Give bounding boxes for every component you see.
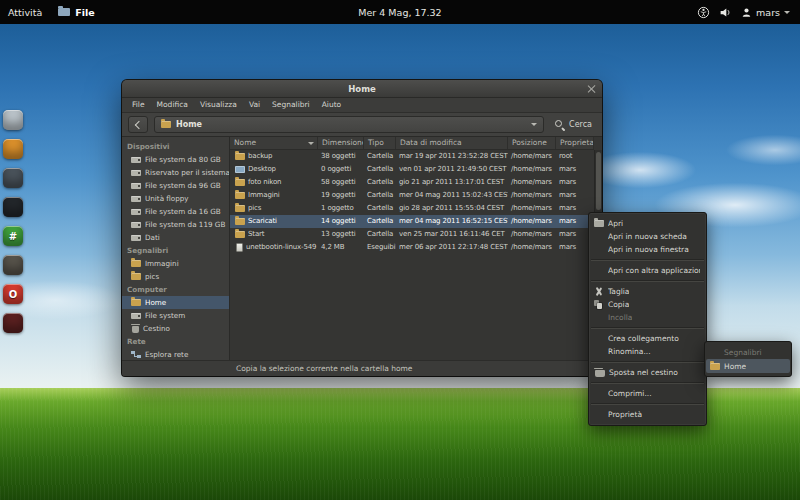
- context-menu-item[interactable]: Crea collegamento: [590, 332, 705, 345]
- context-menu-item[interactable]: Apri: [590, 217, 705, 230]
- file-type: Cartella: [364, 176, 396, 189]
- sidebar-item-label: File system: [145, 311, 185, 320]
- context-menu-item[interactable]: [591, 361, 704, 363]
- clock[interactable]: Mer 4 Mag, 17.32: [0, 7, 800, 18]
- file-type: Eseguibile: [364, 241, 396, 254]
- dock-app-icon[interactable]: [3, 168, 23, 188]
- column-header[interactable]: Posizione: [508, 137, 556, 149]
- list-header: Nome Dimensione Tipo Data di modifica Po…: [230, 137, 594, 150]
- menubar-item[interactable]: Aiuto: [316, 98, 348, 112]
- file-row[interactable]: Start 13 oggetti Cartella ven 25 mar 201…: [230, 228, 594, 241]
- user-icon: [741, 7, 752, 18]
- scrollbar-thumb[interactable]: [596, 152, 601, 210]
- sidebar-item-label: Computer: [127, 285, 167, 294]
- dock-app-icon[interactable]: [3, 197, 23, 217]
- file-row[interactable]: Desktop 0 oggetti Cartella ven 01 apr 20…: [230, 163, 594, 176]
- context-menu-item[interactable]: [591, 382, 704, 384]
- search-label: Cerca: [569, 120, 592, 129]
- file-row[interactable]: foto nikon 58 oggetti Cartella gio 21 ap…: [230, 176, 594, 189]
- column-header[interactable]: Proprietario: [556, 137, 594, 149]
- sidebar-item[interactable]: File system da 80 GB: [122, 153, 229, 166]
- sidebar-item[interactable]: Dispositivi: [122, 140, 229, 153]
- context-menu-item[interactable]: Copia: [590, 298, 705, 311]
- sidebar-item[interactable]: Dati: [122, 231, 229, 244]
- dock-app-icon[interactable]: #: [3, 226, 23, 246]
- dock-app-icon[interactable]: [3, 110, 23, 130]
- menubar-item[interactable]: Vai: [243, 98, 266, 112]
- menubar-item[interactable]: Segnalibri: [266, 98, 316, 112]
- places-sidebar: Dispositivi File system da 80 GB Riserva…: [122, 137, 230, 360]
- pathbar-dropdown-icon[interactable]: [531, 123, 537, 129]
- close-button[interactable]: [586, 84, 596, 94]
- file-name: Desktop: [248, 163, 276, 176]
- sidebar-item[interactable]: Computer: [122, 283, 229, 296]
- sidebar-item[interactable]: pics: [122, 270, 229, 283]
- sidebar-item-label: Dati: [145, 233, 160, 242]
- file-row[interactable]: pics 1 oggetto Cartella gio 28 apr 2011 …: [230, 202, 594, 215]
- menubar-item[interactable]: Visualizza: [194, 98, 243, 112]
- sidebar-item[interactable]: Riservato per il sistema: [122, 166, 229, 179]
- context-menu-item[interactable]: Apri in nuova finestra: [590, 243, 705, 256]
- menubar-item[interactable]: Modifica: [151, 98, 194, 112]
- menubar-item[interactable]: File: [126, 98, 151, 112]
- context-menu-item[interactable]: [591, 259, 704, 261]
- sidebar-item[interactable]: File system da 96 GB: [122, 179, 229, 192]
- file-size: 4,2 MB: [318, 241, 364, 254]
- search-button[interactable]: Cerca: [550, 119, 596, 130]
- chevron-down-icon: [784, 11, 790, 17]
- context-menu-item[interactable]: Sposta nel cestino: [590, 366, 705, 379]
- column-header[interactable]: Nome: [230, 137, 318, 149]
- accessibility-icon[interactable]: [697, 6, 710, 19]
- activities-button[interactable]: Attività: [8, 7, 42, 18]
- sidebar-item[interactable]: Unità floppy: [122, 192, 229, 205]
- sidebar-item[interactable]: File system da 119 GB: [122, 218, 229, 231]
- file-size: 14 oggetti: [318, 215, 364, 228]
- context-menu-item[interactable]: [591, 327, 704, 329]
- titlebar[interactable]: Home: [122, 80, 602, 98]
- sidebar-item-label: Riservato per il sistema: [145, 168, 229, 177]
- file-size: 58 oggetti: [318, 176, 364, 189]
- path-bar[interactable]: Home: [154, 116, 544, 133]
- sidebar-item[interactable]: Rete: [122, 335, 229, 348]
- sidebar-item[interactable]: Cestino: [122, 322, 229, 335]
- dock-app-icon[interactable]: O: [3, 284, 23, 304]
- sidebar-item[interactable]: Segnalibri: [122, 244, 229, 257]
- file-location: /home/mars: [508, 163, 556, 176]
- file-row[interactable]: backup 38 oggetti Cartella mar 19 apr 20…: [230, 150, 594, 163]
- menu-item-label: Taglia: [608, 287, 629, 296]
- context-menu-item[interactable]: Apri in nuova scheda: [590, 230, 705, 243]
- dock-app-icon[interactable]: [3, 255, 23, 275]
- context-menu-item[interactable]: Rinomina...: [590, 345, 705, 358]
- app-menu-button[interactable]: File: [58, 7, 94, 18]
- file-row[interactable]: unetbootin-linux-549 4,2 MB Eseguibile m…: [230, 241, 594, 254]
- dock-app-icon[interactable]: [3, 139, 23, 159]
- file-row[interactable]: Scaricati 14 oggetti Cartella mer 04 mag…: [230, 215, 594, 228]
- sidebar-item[interactable]: File system da 16 GB: [122, 205, 229, 218]
- context-menu-item[interactable]: [591, 403, 704, 405]
- back-button[interactable]: [128, 116, 148, 133]
- file-row[interactable]: Immagini 19 oggetti Cartella mer 04 mag …: [230, 189, 594, 202]
- menu-item-label: Sposta nel cestino: [609, 368, 678, 377]
- context-menu-item[interactable]: Proprietà: [590, 408, 705, 421]
- file-modified: gio 28 apr 2011 15:55:04 CEST: [396, 202, 508, 215]
- context-menu-item[interactable]: Apri con altra applicazione...: [590, 264, 705, 277]
- sidebar-item[interactable]: Immagini: [122, 257, 229, 270]
- sidebar-item[interactable]: File system: [122, 309, 229, 322]
- column-header[interactable]: Dimensione: [318, 137, 364, 149]
- file-type-icon: [235, 205, 245, 212]
- volume-icon[interactable]: [719, 6, 732, 19]
- sidebar-item[interactable]: Home: [122, 296, 229, 309]
- submenu-item[interactable]: Home: [706, 359, 790, 373]
- file-owner: mars: [556, 176, 594, 189]
- context-menu-item[interactable]: Taglia: [590, 285, 705, 298]
- context-menu-item[interactable]: [591, 280, 704, 282]
- user-menu-button[interactable]: mars: [741, 7, 790, 18]
- app-menu-label: File: [75, 7, 94, 18]
- column-header[interactable]: Data di modifica: [396, 137, 508, 149]
- column-header[interactable]: Tipo: [364, 137, 396, 149]
- context-menu-item[interactable]: Comprimi...: [590, 387, 705, 400]
- context-menu-item[interactable]: Incolla: [590, 311, 705, 324]
- dock-app-icon[interactable]: [3, 313, 23, 333]
- submenu-item[interactable]: Segnalibri: [706, 345, 790, 359]
- sidebar-item[interactable]: Esplora rete: [122, 348, 229, 360]
